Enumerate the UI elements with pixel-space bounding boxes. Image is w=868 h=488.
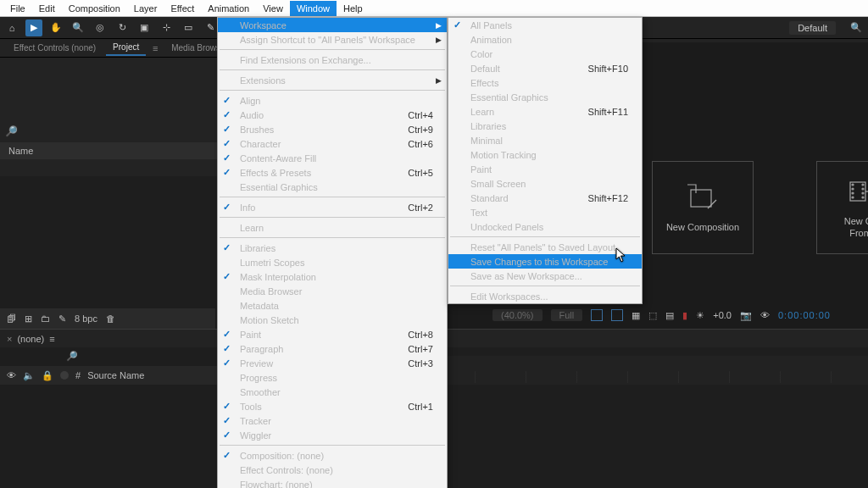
workspace-switcher[interactable]: Default (789, 21, 836, 35)
shape-tool-icon[interactable]: ▭ (180, 19, 197, 36)
mask-toggle-icon[interactable]: ▦ (632, 310, 640, 321)
window-menu-item-flowchart-none[interactable]: Flowchart: (none) (218, 477, 447, 488)
window-menu-item-tracker[interactable]: ✓Tracker (218, 413, 447, 428)
menu-file[interactable]: File (3, 1, 32, 16)
window-menu-item-motion-sketch[interactable]: Motion Sketch (218, 313, 447, 327)
workspace-menu-item-save-as-new-workspace[interactable]: Save as New Workspace... (448, 269, 642, 283)
show-snapshot-icon[interactable]: 👁 (760, 310, 770, 320)
window-menu-item-composition-none[interactable]: ✓Composition: (none) (218, 448, 447, 463)
menu-animation[interactable]: Animation (201, 1, 256, 16)
col-name[interactable]: Name (8, 146, 33, 156)
workspace-menu-item-effects[interactable]: Effects (448, 75, 642, 90)
window-menu-item-info[interactable]: ✓InfoCtrl+2 (218, 200, 447, 214)
menu-help[interactable]: Help (337, 1, 370, 16)
interpret-footage-icon[interactable]: 🗐 (7, 313, 16, 324)
camera-tool-icon[interactable]: ▣ (136, 19, 153, 36)
timeline-search-icon[interactable]: 🔎 (66, 351, 78, 362)
timeline-tab-none[interactable]: (none) (17, 334, 44, 344)
panel-menu-icon[interactable]: ≡ (149, 43, 161, 53)
window-menu-item-audio[interactable]: ✓AudioCtrl+4 (218, 108, 447, 122)
zoom-tool-icon[interactable]: 🔍 (70, 19, 86, 36)
window-menu-item-align[interactable]: ✓Align (218, 93, 447, 108)
menu-effect[interactable]: Effect (164, 1, 201, 16)
timecode[interactable]: 0:00:00:00 (778, 310, 831, 320)
panel-menu-icon[interactable]: ≡ (49, 334, 54, 344)
source-name-column[interactable]: Source Name (87, 370, 144, 380)
new-folder-icon[interactable]: 🗀 (41, 313, 50, 324)
channel-icon[interactable]: ▮ (682, 310, 687, 321)
window-menu-item-progress[interactable]: Progress (218, 370, 447, 385)
window-menu-item-libraries[interactable]: ✓Libraries (218, 241, 447, 255)
window-menu-item-media-browser[interactable]: Media Browser (218, 284, 447, 298)
window-menu-item-effects-presets[interactable]: ✓Effects & PresetsCtrl+5 (218, 165, 447, 180)
window-menu-item-paint[interactable]: ✓PaintCtrl+8 (218, 327, 447, 341)
window-menu-item-preview[interactable]: ✓PreviewCtrl+3 (218, 356, 447, 370)
zoom-dropdown[interactable]: (40.0%) (492, 309, 542, 321)
close-tab-icon[interactable]: × (7, 334, 12, 344)
window-menu-item-assign-shortcut-to-all-panels-workspace[interactable]: Assign Shortcut to "All Panels" Workspac… (218, 32, 447, 47)
menu-layer[interactable]: Layer (127, 1, 164, 16)
tab-effect-controls[interactable]: Effect Controls (none) (7, 41, 103, 55)
tab-project[interactable]: Project (106, 40, 146, 56)
pan-behind-tool-icon[interactable]: ⊹ (158, 19, 175, 36)
bpc-toggle[interactable]: 8 bpc (75, 313, 97, 324)
hand-tool-icon[interactable]: ✋ (47, 19, 64, 36)
resolution-dropdown[interactable]: Full (551, 309, 583, 321)
window-menu-item-extensions[interactable]: Extensions▶ (218, 73, 447, 87)
lock-column-icon[interactable]: 🔒 (42, 370, 53, 381)
workspace-menu-item-libraries[interactable]: Libraries (448, 119, 642, 133)
edit-icon[interactable]: ✎ (58, 313, 66, 324)
workspace-menu-item-color[interactable]: Color (448, 47, 642, 61)
window-menu-item-essential-graphics[interactable]: Essential Graphics (218, 180, 447, 194)
new-comp-icon[interactable]: ⊞ (25, 313, 32, 324)
window-menu-item-learn[interactable]: Learn (218, 220, 447, 235)
workspace-menu-item-small-screen[interactable]: Small Screen (448, 176, 642, 191)
window-menu-item-metadata[interactable]: Metadata (218, 298, 447, 313)
workspace-menu-item-undocked-panels[interactable]: Undocked Panels (448, 219, 642, 234)
window-menu-item-mask-interpolation[interactable]: ✓Mask Interpolation (218, 269, 447, 284)
menu-view[interactable]: View (256, 1, 290, 16)
window-menu-item-lumetri-scopes[interactable]: Lumetri Scopes (218, 255, 447, 269)
window-menu-item-character[interactable]: ✓CharacterCtrl+6 (218, 136, 447, 151)
pen-tool-icon[interactable]: ✎ (202, 19, 219, 36)
new-comp-from-footage-button[interactable]: New Comp From Fo (816, 161, 868, 254)
window-menu-item-wiggler[interactable]: ✓Wiggler (218, 428, 447, 442)
window-menu-item-workspace[interactable]: Workspace▶ (218, 18, 447, 32)
workspace-menu-item-learn[interactable]: LearnShift+F11 (448, 104, 642, 119)
project-search-icon[interactable]: 🔎 (5, 125, 18, 137)
trash-icon[interactable]: 🗑 (106, 313, 115, 324)
workspace-menu-item-standard[interactable]: StandardShift+F12 (448, 191, 642, 205)
menu-composition[interactable]: Composition (62, 1, 127, 16)
workspace-menu-item-essential-graphics[interactable]: Essential Graphics (448, 90, 642, 104)
3d-view-icon[interactable]: ⬚ (648, 310, 657, 321)
region-of-interest-icon[interactable] (591, 309, 603, 321)
workspace-menu-item-save-changes-to-this-workspace[interactable]: Save Changes to this Workspace (448, 254, 642, 269)
workspace-menu-item-reset-all-panels-to-saved-layout[interactable]: Reset "All Panels" to Saved Layout (448, 240, 642, 254)
workspace-menu-item-all-panels[interactable]: ✓All Panels (448, 18, 642, 32)
selection-tool-icon[interactable]: ▶ (25, 19, 42, 36)
window-menu-item-find-extensions-on-exchange[interactable]: Find Extensions on Exchange... (218, 53, 447, 67)
window-menu-item-effect-controls-none[interactable]: Effect Controls: (none) (218, 463, 447, 477)
workspace-menu-item-minimal[interactable]: Minimal (448, 133, 642, 147)
menu-edit[interactable]: Edit (32, 1, 62, 16)
workspace-menu-item-default[interactable]: DefaultShift+F10 (448, 61, 642, 75)
label-column-icon[interactable] (60, 371, 69, 380)
workspace-menu-item-edit-workspaces[interactable]: Edit Workspaces... (448, 289, 642, 303)
exposure-value[interactable]: +0.0 (713, 310, 732, 320)
snapshot-icon[interactable]: 📷 (740, 310, 752, 321)
menu-window[interactable]: Window (290, 1, 337, 16)
workspace-menu-item-motion-tracking[interactable]: Motion Tracking (448, 147, 642, 162)
transparency-grid-icon[interactable] (611, 309, 623, 321)
eye-column-icon[interactable]: 👁 (7, 370, 16, 380)
window-menu-item-smoother[interactable]: Smoother (218, 385, 447, 399)
workspace-menu-item-animation[interactable]: Animation (448, 32, 642, 47)
guides-icon[interactable]: ▤ (665, 310, 674, 321)
exposure-icon[interactable]: ☀ (696, 310, 704, 321)
window-menu-item-brushes[interactable]: ✓BrushesCtrl+9 (218, 122, 447, 136)
orbit-tool-icon[interactable]: ◎ (92, 19, 108, 36)
window-menu-item-content-aware-fill[interactable]: ✓Content-Aware Fill (218, 151, 447, 165)
home-icon[interactable]: ⌂ (3, 19, 20, 36)
workspace-menu-item-paint[interactable]: Paint (448, 162, 642, 176)
rotate-tool-icon[interactable]: ↻ (114, 19, 131, 36)
new-composition-button[interactable]: New Composition (652, 161, 754, 254)
